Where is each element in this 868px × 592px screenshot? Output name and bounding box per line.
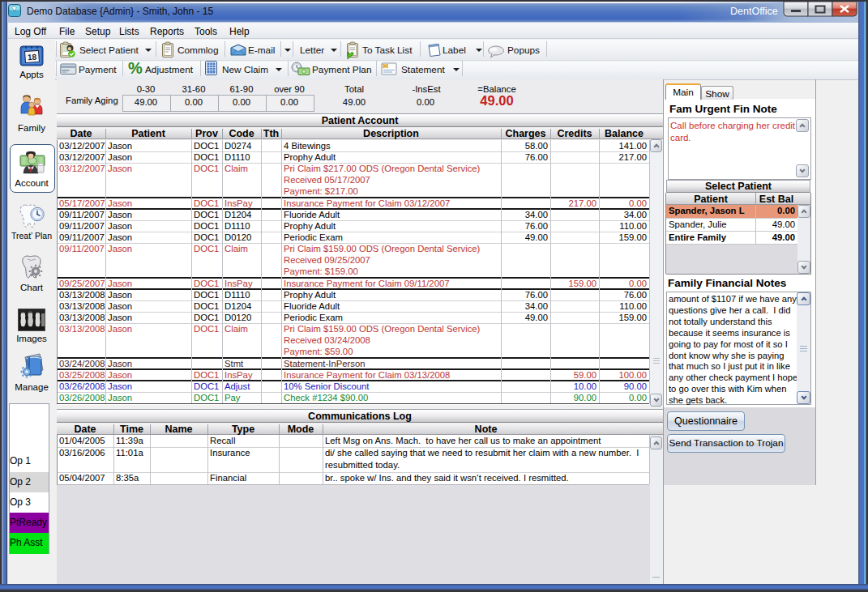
svg-text:18: 18 — [28, 53, 37, 62]
svg-text:%: % — [128, 60, 143, 76]
